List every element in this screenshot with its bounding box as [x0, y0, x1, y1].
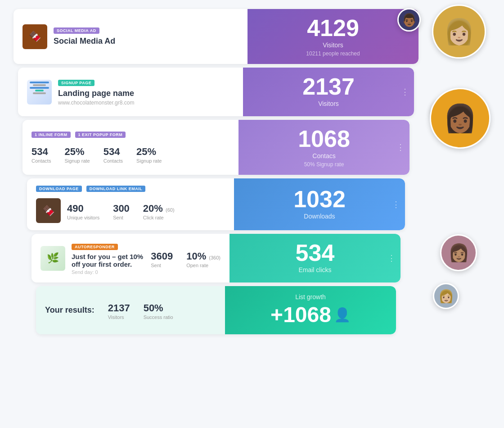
row4-badges: DOWNLOAD PAGE DOWNLOAD LINK EMAIL [36, 186, 225, 195]
row6-results-label: Your results: [45, 305, 94, 315]
row5-stat2-label: Open rate [186, 263, 220, 268]
row3-left: 1 INLINE FORM 1 EXIT POPUP FORM 534 Cont… [22, 120, 238, 175]
row4-badge-email: DOWNLOAD LINK EMAIL [86, 186, 146, 192]
avatar-6: 👩🏼 [433, 283, 459, 309]
row5-stat1-number: 3609 [151, 250, 173, 262]
row3-badge-popup: 1 EXIT POPUP FORM [75, 132, 126, 138]
row5-number: 534 [296, 241, 335, 264]
avatar-4: 👩🏾 [430, 88, 490, 149]
row2-badge: SIGNUP PAGE [58, 80, 94, 86]
row4-stat-3: 20% (60) Click rate [143, 203, 175, 220]
row2-thumbnail [27, 80, 52, 105]
row5-stat-1: 3609 Sent [151, 250, 173, 268]
row2-number: 2137 [302, 75, 355, 98]
row3-stat3-label: Contacts [104, 158, 123, 164]
row4-dots-menu[interactable]: ⋮ [392, 200, 400, 209]
row1-badge: SOCIAL MEDIA AD [54, 27, 99, 34]
row3-stat2-number: 25% [64, 146, 90, 158]
row5-right: 534 Email clicks ⋮ [230, 234, 400, 282]
row1-right: 4129 Visitors 10211 people reached [248, 9, 418, 64]
funnel-row-5: 🌿 AUTORESPONDER Just for you – get 10% o… [32, 234, 400, 282]
funnel-row-4: DOWNLOAD PAGE DOWNLOAD LINK EMAIL 🍫 490 … [27, 178, 405, 230]
row3-badge-inline: 1 INLINE FORM [32, 132, 71, 138]
row6-stat-2: 50% Success ratio [144, 302, 173, 320]
row3-badges: 1 INLINE FORM 1 EXIT POPUP FORM [32, 132, 230, 141]
row6-right: List growth +1068 👤 [225, 286, 396, 334]
avatar-1: 👨🏾 [397, 8, 421, 32]
row4-thumbnail: 🍫 [36, 198, 61, 223]
row3-dots-menu[interactable]: ⋮ [396, 142, 405, 152]
row3-metric-sub: 50% Signup rate [304, 161, 344, 168]
avatar-5: 👩🏽 [440, 234, 477, 271]
row4-right: 1032 Downloads ⋮ [234, 178, 405, 230]
row4-stat3-number: 20% (60) [143, 203, 175, 214]
row6-stat2-label: Success ratio [144, 314, 173, 320]
row6-stat1-number: 2137 [108, 302, 130, 314]
person-icon: 👤 [334, 307, 351, 323]
funnel-row-2: SIGNUP PAGE Landing page name www.chocol… [18, 68, 414, 116]
row6-number: +1068 [270, 302, 331, 327]
row1-number: 4129 [307, 16, 359, 40]
row3-stat1-label: Contacts [32, 158, 51, 164]
funnel-row-3: 1 INLINE FORM 1 EXIT POPUP FORM 534 Cont… [22, 120, 410, 175]
main-container: 🍫 SOCIAL MEDIA AD Social Media Ad 4129 V… [0, 0, 504, 428]
row4-number: 1032 [293, 187, 346, 211]
row4-stat3-label: Click rate [143, 215, 175, 220]
row2-url: www.chocolatemonster.gr8.com [58, 100, 234, 106]
row1-thumbnail: 🍫 [22, 24, 47, 49]
row3-metric-label: Contacs [312, 152, 335, 159]
row3-stat-3: 534 Contacts [104, 146, 123, 164]
row4-left: DOWNLOAD PAGE DOWNLOAD LINK EMAIL 🍫 490 … [27, 178, 234, 230]
row6-left: Your results: 2137 Visitors 50% Success … [36, 286, 225, 334]
row3-stat4-label: Signup rate [136, 158, 162, 164]
row3-stat-2: 25% Signup rate [64, 146, 90, 164]
row5-thumbnail: 🌿 [40, 246, 65, 271]
row4-stat2-label: Sent [113, 215, 130, 220]
funnel-row-1: 🍫 SOCIAL MEDIA AD Social Media Ad 4129 V… [14, 9, 418, 64]
funnel-row-6: Your results: 2137 Visitors 50% Success … [36, 286, 396, 334]
row2-dots-menu[interactable]: ⋮ [401, 87, 410, 97]
row5-stat1-label: Sent [151, 263, 173, 268]
row3-stat-4: 25% Signup rate [136, 146, 162, 164]
row6-stats: 2137 Visitors 50% Success ratio [108, 302, 173, 320]
row5-left: 🌿 AUTORESPONDER Just for you – get 10% o… [32, 234, 230, 282]
row1-metric-label: Visitors [323, 41, 343, 49]
row3-number: 1068 [298, 127, 350, 150]
row3-stats: 534 Contacts 25% Signup rate 534 Contact… [32, 146, 230, 164]
row6-stat1-label: Visitors [108, 314, 130, 320]
row5-title: Just for you – get 10% off your first or… [72, 253, 144, 268]
row4-stat1-label: Unique visitors [67, 215, 99, 220]
row4-stats: 490 Unique visitors 300 Sent 20% (60) Cl… [67, 203, 175, 220]
row3-stat2-label: Signup rate [64, 158, 90, 164]
row4-badge-download: DOWNLOAD PAGE [36, 186, 82, 192]
row3-right: 1068 Contacs 50% Signup rate ⋮ [238, 120, 410, 175]
row1-metric-sub: 10211 people reached [306, 50, 360, 57]
row6-stat2-number: 50% [144, 302, 173, 314]
row4-stat2-number: 300 [113, 203, 130, 214]
row2-metric-label: Visitors [318, 100, 339, 107]
row4-metric-label: Downloads [304, 213, 335, 220]
row1-title: Social Media Ad [54, 36, 238, 46]
row5-stat2-number: 10% (360) [186, 250, 220, 262]
row5-send-day: Send day: 0 [72, 269, 144, 275]
row1-left: 🍫 SOCIAL MEDIA AD Social Media Ad [14, 9, 248, 64]
row2-right: 2137 Visitors ⋮ [243, 68, 414, 116]
row3-stat3-number: 534 [104, 146, 123, 158]
row3-stat-1: 534 Contacts [32, 146, 51, 164]
row6-metric-label: List growth [295, 293, 326, 301]
row4-stat-1: 490 Unique visitors [67, 203, 99, 220]
row5-stats: 3609 Sent 10% (360) Open rate [151, 250, 220, 268]
row5-dots-menu[interactable]: ⋮ [387, 253, 396, 263]
row5-badge: AUTORESPONDER [72, 244, 118, 250]
row6-stat-1: 2137 Visitors [108, 302, 130, 320]
row3-stat4-number: 25% [136, 146, 162, 158]
row5-metric-label: Email clicks [298, 266, 331, 273]
row5-stat-2: 10% (360) Open rate [186, 250, 220, 268]
row4-stat1-number: 490 [67, 203, 99, 214]
row4-stat-2: 300 Sent [113, 203, 130, 220]
row2-left: SIGNUP PAGE Landing page name www.chocol… [18, 68, 243, 116]
avatar-2: 👩🏼 [432, 5, 486, 59]
row3-stat1-number: 534 [32, 146, 51, 158]
row2-title: Landing page name [58, 89, 234, 98]
